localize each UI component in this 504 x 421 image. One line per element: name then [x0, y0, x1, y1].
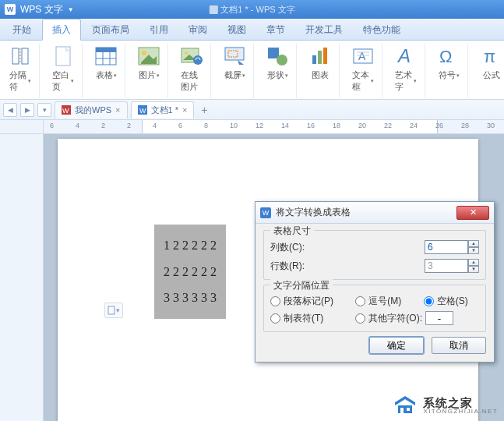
ribbon: 分隔符▾ 空白页▾ 表格▾ 图片▾ 在线图片 截屏▾	[0, 41, 504, 100]
svg-text:A: A	[358, 50, 366, 62]
ribbon-tab-1[interactable]: 插入	[42, 19, 81, 41]
dialog-title: 将文字转换成表格	[276, 206, 452, 219]
text-row: 2 2 2 2 2 2	[164, 259, 217, 285]
online-picture-button[interactable]: 在线图片	[178, 44, 206, 94]
ribbon-tab-3[interactable]: 引用	[140, 19, 178, 40]
selected-text[interactable]: 1 2 2 2 2 22 2 2 2 2 23 3 3 3 3 3	[154, 225, 226, 319]
dialog-titlebar[interactable]: W 将文字转换成表格 ✕	[256, 202, 494, 224]
rows-input	[425, 259, 468, 273]
picture-button[interactable]: 图片▾	[135, 44, 163, 83]
svg-point-16	[193, 55, 203, 65]
svg-marker-19	[238, 60, 244, 65]
new-tab-button[interactable]: +	[197, 103, 211, 117]
doc-icon: W	[138, 105, 147, 115]
radio-other[interactable]: 其他字符(O):	[355, 311, 479, 325]
app-name: WPS 文字	[20, 3, 63, 16]
vertical-ruler	[0, 134, 44, 421]
ribbon-tabs: 开始插入页面布局引用审阅视图章节开发工具特色功能	[0, 19, 504, 41]
svg-rect-1	[22, 48, 28, 64]
svg-rect-42	[407, 408, 410, 411]
tab-nav-prev[interactable]: ◀	[3, 103, 17, 117]
columns-down[interactable]: ▼	[468, 247, 479, 254]
tab-my-wps[interactable]: W 我的WPS ×	[55, 101, 128, 119]
ribbon-tab-2[interactable]: 页面布局	[83, 19, 139, 40]
page-break-button[interactable]: 分隔符▾	[6, 44, 34, 94]
app-menu-dropdown[interactable]: ▼	[68, 6, 74, 13]
svg-rect-24	[323, 48, 327, 64]
radio-tab[interactable]: 制表符(T)	[270, 311, 344, 325]
ribbon-tab-4[interactable]: 审阅	[179, 19, 217, 40]
ribbon-tab-6[interactable]: 章节	[257, 19, 294, 40]
dialog-icon: W	[260, 207, 271, 218]
screenshot-button[interactable]: 截屏▾	[220, 44, 248, 83]
rows-label: 行数(R):	[270, 260, 330, 273]
blank-page-button[interactable]: 空白页▾	[49, 44, 77, 94]
close-icon[interactable]: ×	[182, 105, 187, 115]
ribbon-tab-0[interactable]: 开始	[3, 19, 41, 40]
document-tabs: ◀ ▶ ▾ W 我的WPS × W 文档1 * × +	[0, 100, 504, 120]
svg-text:π: π	[484, 47, 495, 66]
ok-button[interactable]: 确定	[369, 337, 424, 354]
radio-comma[interactable]: 逗号(M)	[355, 295, 412, 308]
svg-rect-22	[312, 55, 316, 64]
svg-point-14	[185, 51, 188, 55]
wps-icon: W	[62, 105, 71, 115]
svg-rect-40	[398, 405, 412, 413]
tab-doc1[interactable]: W 文档1 * ×	[131, 101, 195, 119]
rows-down: ▼	[468, 266, 479, 273]
columns-up[interactable]: ▲	[468, 240, 479, 247]
convert-text-to-table-dialog: W 将文字转换成表格 ✕ 表格尺寸 列数(C): ▲▼ 行数(R): ▲▼	[255, 201, 495, 363]
columns-input[interactable]	[425, 240, 468, 254]
ribbon-tab-7[interactable]: 开发工具	[296, 19, 352, 40]
svg-text:Ω: Ω	[439, 47, 452, 66]
svg-marker-39	[395, 396, 415, 405]
svg-rect-41	[400, 408, 404, 413]
text-row: 1 2 2 2 2 2	[164, 232, 217, 259]
svg-rect-23	[318, 51, 322, 64]
watermark-logo-icon	[392, 394, 418, 416]
watermark: 系统之家 XITONGZHIJIA.NET	[392, 394, 498, 416]
wordart-button[interactable]: A 艺术字▾	[392, 44, 420, 94]
svg-rect-20	[268, 48, 279, 58]
rows-up: ▲	[468, 259, 479, 266]
tab-nav-next[interactable]: ▶	[20, 103, 34, 117]
columns-label: 列数(C):	[270, 241, 330, 254]
svg-text:W: W	[62, 107, 69, 115]
svg-point-11	[142, 51, 146, 55]
radio-paragraph[interactable]: 段落标记(P)	[270, 295, 344, 308]
textbox-button[interactable]: A 文本框▾	[349, 44, 377, 94]
svg-text:A: A	[397, 45, 411, 66]
table-button[interactable]: 表格▾	[92, 44, 120, 83]
chart-button[interactable]: 图表	[306, 44, 334, 83]
cancel-button[interactable]: 取消	[432, 337, 486, 354]
app-icon: W	[5, 4, 16, 15]
other-char-input[interactable]	[425, 311, 453, 325]
svg-text:W: W	[139, 107, 146, 115]
ribbon-tab-5[interactable]: 视图	[218, 19, 256, 40]
shapes-button[interactable]: 形状▾	[263, 44, 291, 83]
table-size-group: 表格尺寸 列数(C): ▲▼ 行数(R): ▲▼	[263, 230, 486, 280]
svg-rect-6	[96, 48, 116, 52]
separator-group: 文字分隔位置 段落标记(P) 逗号(M) 空格(S) 制表符(T) 其他字符(O…	[263, 285, 486, 332]
close-button[interactable]: ✕	[456, 206, 489, 220]
tab-nav-menu[interactable]: ▾	[37, 103, 51, 117]
paste-options-button[interactable]: ▾	[104, 302, 123, 318]
close-icon[interactable]: ×	[115, 105, 120, 115]
clipboard-icon	[107, 306, 115, 315]
radio-space[interactable]: 空格(S)	[424, 295, 479, 308]
title-bar: W WPS 文字 ▼ 文档1 * - WPS 文字	[0, 0, 504, 19]
window-title: 文档1 * - WPS 文字	[209, 4, 294, 16]
save-icon	[209, 5, 217, 14]
symbol-button[interactable]: Ω 符号▾	[435, 44, 463, 83]
svg-rect-0	[12, 48, 19, 64]
svg-rect-38	[108, 306, 115, 314]
ribbon-tab-8[interactable]: 特色功能	[354, 19, 410, 40]
equation-button[interactable]: π 公式	[478, 44, 504, 83]
text-row: 3 3 3 3 3 3	[164, 285, 217, 311]
svg-point-21	[277, 55, 287, 65]
horizontal-ruler: 64224681012141618202224262830	[0, 120, 504, 134]
